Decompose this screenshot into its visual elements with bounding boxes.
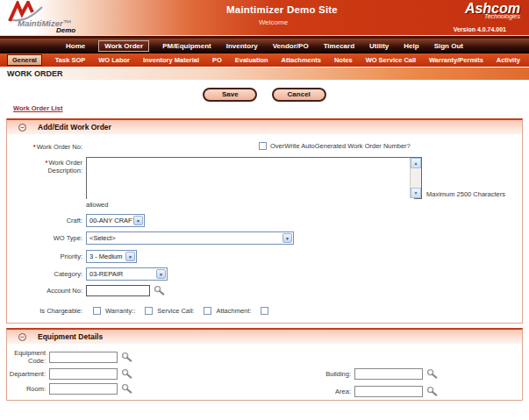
collapse-icon[interactable]: − [18, 333, 26, 341]
main-nav: Home Work Order PM/Equipment Inventory V… [0, 39, 529, 53]
building-input[interactable] [354, 368, 423, 380]
wo-type-label: WO Type: [7, 234, 86, 242]
craft-row: Craft: 00-ANY CRAFT ▼ [7, 214, 522, 227]
add-edit-work-order-panel: − Add/Edit Work Order *Work Order No: Ov… [6, 118, 523, 324]
tab-notes[interactable]: Notes [334, 56, 353, 64]
page-title: WORK ORDER [0, 67, 529, 80]
dropdown-arrow-icon[interactable]: ▼ [282, 233, 292, 243]
account-no-row: Account No: [7, 285, 522, 296]
attachment-label: Attachment: [216, 307, 251, 315]
tab-attachments[interactable]: Attachments [282, 56, 321, 64]
magnifier-icon[interactable] [121, 368, 132, 380]
tab-inventory-material[interactable]: Inventory Material [143, 56, 199, 64]
nav-item-inventory[interactable]: Inventory [225, 41, 260, 51]
equipment-panel-title: Equipment Details [38, 332, 103, 341]
area-group: Area: [297, 382, 438, 400]
warranty-checkbox[interactable] [145, 307, 153, 315]
overwrite-checkbox[interactable] [259, 142, 267, 150]
site-title: Maintimizer Demo Site [0, 4, 529, 15]
nav-item-help[interactable]: Help [402, 41, 420, 51]
allowed-note: allowed [86, 201, 522, 209]
area-input[interactable] [354, 386, 423, 397]
tab-task-sop[interactable]: Task SOP [55, 56, 85, 64]
cancel-button[interactable]: Cancel [272, 88, 326, 102]
nav-item-vendor-po[interactable]: Vendor/PO [271, 41, 311, 51]
description-textarea-wrap: ▲ ▼ [86, 157, 422, 199]
header: MaintiMizer™ Demo Maintimizer Demo Site … [0, 0, 529, 35]
room-area-row: Room: Area: [7, 382, 522, 400]
tab-wo-service-call[interactable]: WO Service Call [366, 56, 417, 64]
description-textarea[interactable] [87, 158, 414, 202]
add-edit-panel-header: − Add/Edit Work Order [7, 120, 522, 134]
room-label: Room: [7, 385, 49, 393]
add-edit-panel-title: Add/Edit Work Order [38, 123, 111, 132]
department-label: Department: [7, 370, 49, 378]
service-call-checkbox[interactable] [204, 307, 211, 315]
tab-po[interactable]: PO [212, 56, 222, 64]
account-no-input[interactable] [86, 285, 150, 296]
collapse-icon[interactable]: − [18, 124, 26, 132]
category-label: Category: [7, 270, 86, 278]
overwrite-group: OverWrite AutoGenerated Work Order Numbe… [259, 142, 411, 150]
equipment-code-label: Equipment Code: [7, 349, 49, 365]
scroll-up-icon[interactable]: ▲ [411, 158, 421, 168]
category-row: Category: 03-REPAIR ▼ [7, 267, 522, 281]
craft-select[interactable]: 00-ANY CRAFT ▼ [86, 214, 145, 227]
dropdown-arrow-icon[interactable]: ▼ [156, 269, 166, 279]
account-no-label: Account No: [7, 287, 86, 295]
nav-item-pm-equipment[interactable]: PM/Equipment [161, 41, 213, 51]
magnifier-icon[interactable] [121, 352, 132, 363]
priority-select[interactable]: 3 - Medium ▼ [86, 250, 137, 263]
priority-row: Priority: 3 - Medium ▼ [7, 250, 522, 263]
nav-item-home[interactable]: Home [64, 41, 87, 51]
magnifier-icon[interactable] [154, 285, 165, 296]
required-marker: * [45, 159, 47, 167]
equipment-details-panel: − Equipment Details Equipment Code: Depa… [6, 328, 523, 401]
dropdown-arrow-icon[interactable]: ▼ [125, 252, 135, 261]
save-button[interactable]: Save [203, 88, 257, 102]
tab-wo-labor[interactable]: WO Labor [98, 56, 130, 64]
work-order-no-row: *Work Order No: OverWrite AutoGenerated … [7, 141, 522, 153]
tab-general[interactable]: General [7, 54, 42, 66]
nav-item-sign-out[interactable]: Sign Out [432, 41, 465, 51]
wo-type-row: WO Type: <Select> ▼ [7, 231, 522, 245]
scroll-down-icon[interactable]: ▼ [411, 188, 421, 198]
department-input[interactable] [49, 368, 118, 380]
is-chargeable-checkbox[interactable] [93, 307, 101, 315]
description-row: *Work Order Description: ▲ ▼ Maximum 250… [7, 157, 522, 199]
nav-item-work-order[interactable]: Work Order [98, 40, 149, 52]
work-order-list-link[interactable]: Work Order List [13, 104, 63, 112]
magnifier-icon[interactable] [121, 383, 132, 395]
ashcom-logo: Ashcom Technologies [465, 2, 520, 19]
textarea-scrollbar[interactable]: ▲ ▼ [410, 158, 421, 198]
category-select[interactable]: 03-REPAIR ▼ [86, 267, 168, 281]
wo-type-select[interactable]: <Select> ▼ [86, 231, 294, 245]
nav-item-timecard[interactable]: Timecard [322, 41, 356, 51]
welcome-text: Welcome [0, 18, 529, 26]
equipment-code-input[interactable] [49, 352, 118, 363]
area-label: Area: [297, 388, 354, 395]
tab-warranty-permits[interactable]: Warranty/Permits [429, 56, 483, 64]
magnifier-icon[interactable] [426, 386, 438, 397]
logo-demo-label: Demo [56, 26, 75, 34]
nav-item-utility[interactable]: Utility [368, 41, 390, 51]
department-building-row: Department: Building: [7, 367, 522, 380]
tab-activity[interactable]: Activity [497, 56, 520, 64]
version-label: Version 4.0.74.001 [454, 26, 506, 32]
attachment-checkbox[interactable] [261, 307, 268, 315]
dropdown-arrow-icon[interactable]: ▼ [133, 216, 143, 225]
magnifier-icon[interactable] [426, 368, 438, 380]
is-chargeable-row: Is Chargeable: Warranty:: Service Call: … [7, 307, 522, 323]
warranty-label: Warranty:: [105, 307, 135, 315]
work-order-no-label: *Work Order No: [7, 143, 86, 151]
building-label: Building: [297, 370, 354, 378]
craft-label: Craft: [7, 217, 86, 224]
description-label: *Work Order Description: [7, 157, 86, 174]
equipment-code-row: Equipment Code: [7, 349, 522, 365]
priority-label: Priority: [7, 253, 86, 260]
app-window: MaintiMizer™ Demo Maintimizer Demo Site … [0, 0, 529, 420]
tab-evaluation[interactable]: Evaluation [235, 56, 268, 64]
overwrite-checkbox-label: OverWrite AutoGenerated Work Order Numbe… [270, 142, 411, 150]
action-button-row: Save Cancel [0, 80, 529, 98]
room-input[interactable] [49, 383, 118, 395]
